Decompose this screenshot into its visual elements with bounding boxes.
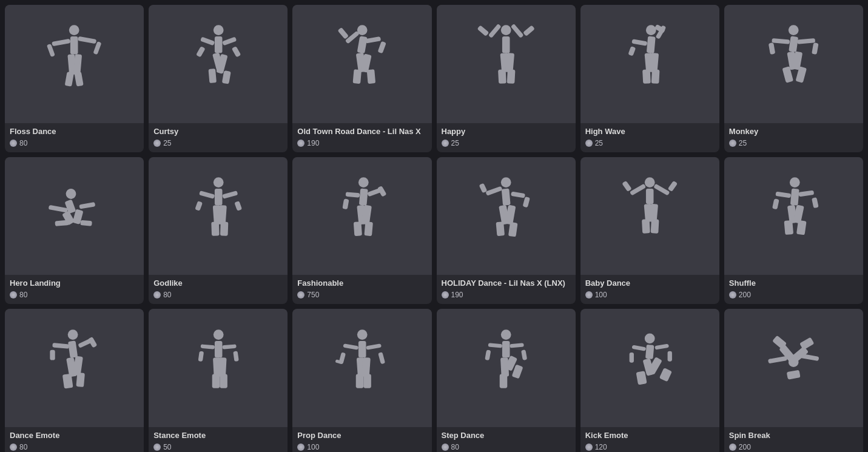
svg-rect-72 [195, 201, 203, 211]
svg-rect-152 [510, 343, 524, 348]
svg-rect-77 [220, 221, 227, 235]
list-item[interactable]: Prop Dance 100 [292, 309, 431, 452]
list-item[interactable]: Shuffle 200 [724, 157, 863, 305]
svg-point-159 [645, 333, 655, 343]
svg-rect-15 [231, 46, 241, 58]
item-info: Fashionable 750 [292, 275, 431, 304]
list-item[interactable]: Hero Landing 80 [5, 157, 144, 305]
list-item[interactable]: HOLIDAY Dance - Lil Nas X (LNX) 190 [437, 157, 576, 305]
list-item[interactable]: Old Town Road Dance - Lil Nas X 190 [292, 5, 431, 152]
item-image [292, 309, 431, 427]
item-info: Prop Dance 100 [292, 427, 431, 452]
svg-point-78 [358, 177, 369, 187]
coin-icon [729, 444, 736, 451]
svg-rect-116 [784, 220, 794, 235]
svg-rect-90 [485, 186, 502, 195]
svg-rect-132 [198, 351, 204, 362]
item-info: Floss Dance 80 [5, 123, 144, 152]
svg-rect-110 [776, 192, 792, 198]
svg-rect-160 [645, 344, 654, 359]
list-item[interactable]: Baby Dance 100 [580, 157, 719, 305]
coin-icon [153, 140, 161, 147]
svg-rect-13 [222, 37, 237, 46]
svg-rect-147 [355, 374, 363, 388]
list-item[interactable]: Floss Dance 80 [5, 5, 144, 152]
svg-rect-91 [511, 191, 525, 198]
svg-rect-23 [365, 36, 381, 44]
svg-rect-167 [636, 371, 647, 385]
item-image [580, 309, 719, 427]
item-image [149, 309, 288, 427]
list-item[interactable]: Step Dance 80 [437, 309, 576, 452]
svg-rect-135 [218, 357, 226, 377]
item-image [724, 157, 863, 275]
svg-point-60 [65, 187, 78, 201]
svg-rect-92 [479, 183, 487, 193]
item-info: Hero Landing 80 [5, 275, 144, 304]
item-image [5, 5, 144, 123]
price-value: 190 [451, 291, 463, 299]
item-image [5, 157, 144, 275]
svg-point-149 [501, 329, 511, 340]
list-item[interactable]: Monkey 25 [724, 5, 863, 152]
svg-rect-162 [654, 343, 669, 349]
svg-rect-146 [362, 357, 371, 377]
list-item[interactable]: Stance Emote 50 [149, 309, 288, 452]
svg-rect-35 [523, 25, 535, 37]
item-name: Dance Emote [10, 431, 139, 441]
coin-icon [442, 291, 449, 299]
svg-rect-63 [79, 202, 96, 209]
list-item[interactable]: Curtsy 25 [149, 5, 288, 152]
svg-point-30 [501, 25, 511, 35]
svg-point-10 [213, 25, 223, 35]
price-value: 25 [739, 139, 747, 147]
svg-rect-38 [498, 70, 506, 84]
svg-rect-137 [220, 374, 227, 388]
item-price: 750 [297, 291, 426, 299]
svg-rect-2 [52, 39, 71, 47]
list-item[interactable]: Happy 25 [437, 5, 576, 152]
price-value: 80 [163, 291, 171, 299]
svg-rect-103 [668, 180, 678, 192]
item-price: 120 [585, 443, 715, 451]
svg-point-98 [645, 177, 655, 187]
item-name: Monkey [729, 127, 858, 137]
svg-point-118 [68, 329, 78, 340]
svg-rect-25 [377, 41, 386, 54]
price-value: 25 [163, 139, 171, 147]
item-info: Baby Dance 100 [580, 275, 719, 304]
coin-icon [729, 291, 736, 299]
svg-rect-153 [485, 349, 491, 360]
item-price: 80 [10, 139, 139, 147]
list-item[interactable]: Kick Emote 120 [580, 309, 719, 452]
svg-rect-86 [353, 221, 362, 236]
svg-rect-148 [363, 374, 371, 388]
coin-icon [585, 140, 593, 147]
svg-rect-28 [352, 69, 362, 84]
svg-point-40 [646, 25, 656, 35]
list-item[interactable]: High Wave 25 [580, 5, 719, 152]
svg-rect-106 [642, 219, 650, 234]
svg-point-88 [501, 177, 511, 187]
item-image [437, 5, 576, 123]
coin-icon [585, 444, 593, 451]
svg-rect-51 [789, 36, 798, 53]
item-price: 80 [10, 443, 139, 451]
svg-rect-130 [200, 344, 215, 349]
svg-rect-1 [70, 36, 78, 54]
svg-rect-55 [812, 42, 819, 55]
item-name: Hero Landing [10, 278, 139, 289]
list-item[interactable]: Dance Emote 80 [5, 309, 144, 452]
item-name: Godlike [153, 278, 283, 289]
list-item[interactable]: Spin Break 200 [724, 309, 863, 452]
item-price: 25 [442, 139, 571, 147]
svg-rect-170 [787, 369, 801, 379]
item-info: Kick Emote 120 [580, 427, 719, 452]
item-image [292, 157, 431, 275]
svg-point-0 [69, 25, 79, 35]
item-name: Prop Dance [297, 431, 426, 441]
list-item[interactable]: Fashionable 750 [292, 157, 431, 305]
svg-rect-18 [208, 69, 217, 83]
coin-icon [585, 291, 593, 299]
list-item[interactable]: Godlike 80 [149, 157, 288, 305]
